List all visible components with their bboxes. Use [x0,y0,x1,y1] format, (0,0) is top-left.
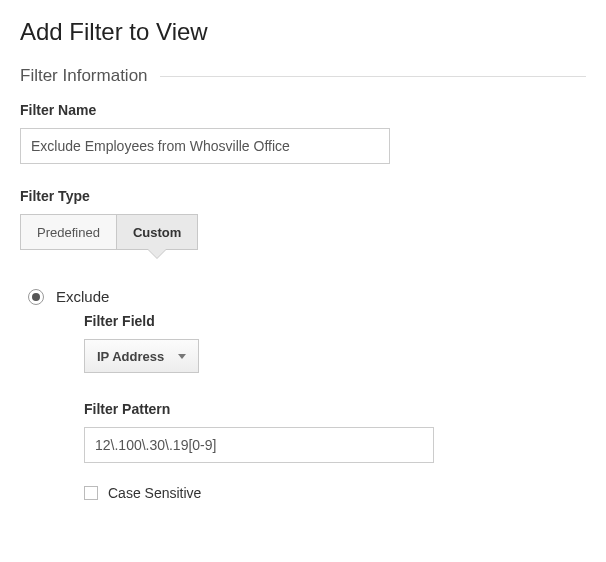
filter-field-dropdown[interactable]: IP Address [84,339,199,373]
chevron-down-icon [178,354,186,359]
case-sensitive-checkbox[interactable] [84,486,98,500]
filter-field-label: Filter Field [84,313,586,329]
filter-name-label: Filter Name [20,102,586,118]
case-sensitive-row[interactable]: Case Sensitive [84,485,586,501]
radio-inner-icon [32,293,40,301]
case-sensitive-label: Case Sensitive [108,485,201,501]
filter-name-input[interactable] [20,128,390,164]
divider [160,76,586,77]
filter-type-tabs: Predefined Custom [20,214,586,250]
filter-field-selected: IP Address [97,349,164,364]
exclude-radio-row[interactable]: Exclude [28,288,586,305]
exclude-label: Exclude [56,288,109,305]
tab-predefined[interactable]: Predefined [20,214,117,250]
filter-type-label: Filter Type [20,188,586,204]
filter-pattern-label: Filter Pattern [84,401,586,417]
tab-custom[interactable]: Custom [117,214,198,250]
radio-exclude[interactable] [28,289,44,305]
section-header-text: Filter Information [20,66,148,86]
page-title: Add Filter to View [20,18,586,46]
section-header: Filter Information [20,66,586,86]
filter-pattern-input[interactable] [84,427,434,463]
